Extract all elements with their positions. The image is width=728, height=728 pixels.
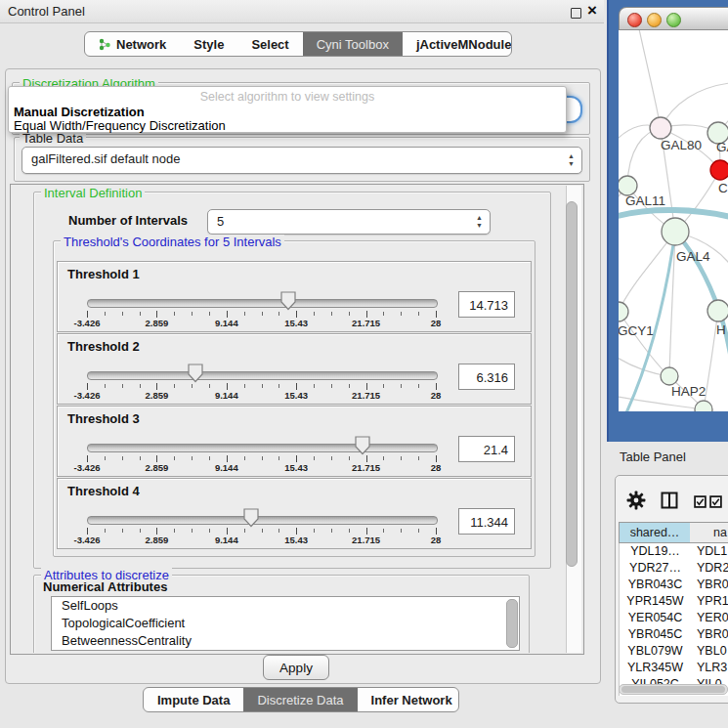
tick-mark (174, 529, 175, 533)
network-node-gcy1[interactable] (619, 302, 628, 321)
list-scrollbar-thumb[interactable] (506, 599, 518, 648)
tick-mark (418, 384, 419, 388)
tick-mark (87, 311, 88, 318)
scrollbar-thumb[interactable] (621, 686, 725, 693)
gear-icon[interactable] (626, 491, 646, 514)
slider-thumb[interactable] (243, 508, 259, 528)
tick-mark (383, 384, 384, 388)
close-icon[interactable]: × (587, 1, 597, 21)
table-row[interactable]: YER054CYER0 (620, 610, 728, 626)
control-panel-title: Control Panel (8, 4, 85, 19)
network-canvas[interactable]: GAL80GACGAL11GAL4GCY1HHAP2 (619, 30, 728, 411)
tab-infer-network[interactable]: Infer Network (358, 688, 459, 711)
table-cell-shared-name: YLR345W (620, 660, 691, 676)
network-node-h[interactable] (707, 300, 728, 321)
table-cell-shared-name: YBL079W (620, 643, 691, 660)
slider-thumb[interactable] (355, 436, 370, 455)
settings-vertical-scrollbar[interactable] (566, 186, 581, 653)
network-node-gal11[interactable] (619, 176, 637, 195)
table-row[interactable]: YPR145WYPR1 (620, 593, 728, 610)
table-cell-name: YBR0 (697, 577, 728, 593)
tick-mark (418, 456, 419, 460)
table-cell-name: YBL0 (697, 643, 727, 660)
table-row[interactable]: YDR27…YDR2 (620, 560, 728, 577)
tick-mark (87, 528, 88, 535)
threshold-label: Threshold 2 (67, 339, 140, 354)
threshold-slider-track[interactable] (87, 516, 438, 525)
threshold-value-field[interactable]: 21.4 (458, 436, 515, 462)
checkbox-checked-icon[interactable] (709, 494, 722, 512)
zoom-traffic-light-icon[interactable] (666, 13, 681, 27)
tab-jactivemnodules[interactable]: jActiveMNodules (403, 32, 512, 56)
network-window-titlebar[interactable] (619, 7, 728, 30)
tick-mark (349, 456, 350, 460)
number-of-intervals-combobox[interactable]: 5 ▲▼ (207, 209, 491, 235)
network-node-gal80[interactable] (650, 117, 671, 139)
table-cell-shared-name: YER054C (620, 610, 691, 626)
scrollbar-thumb[interactable] (566, 201, 578, 567)
tab-network[interactable]: Network (85, 32, 180, 56)
slider-thumb[interactable] (280, 291, 296, 311)
attribute-list-item[interactable]: SelfLoops (52, 597, 519, 615)
attribute-list-item[interactable]: TopologicalCoefficient (52, 615, 519, 632)
tick-label: -3.426 (74, 318, 101, 328)
slider-thumb[interactable] (188, 364, 203, 383)
tab-cyni-toolbox[interactable]: Cyni Toolbox (303, 32, 403, 56)
network-node-label: GAL11 (625, 193, 665, 208)
table-data-group-title: Table Data (20, 131, 86, 146)
threshold-value-field[interactable]: 6.316 (458, 364, 515, 390)
tick-mark (401, 312, 402, 316)
table-row[interactable]: YBL079WYBL0 (620, 643, 728, 660)
tick-mark (262, 456, 263, 460)
tick-mark (349, 384, 350, 388)
network-node-gal4[interactable] (662, 218, 689, 245)
algorithm-option-equal-width[interactable]: Equal Width/Frequency Discretization (14, 118, 226, 133)
tick-label: 21.715 (352, 535, 380, 545)
table-row[interactable]: YBR045CYBR0 (620, 626, 728, 643)
tick-label: 2.859 (146, 390, 169, 401)
algorithm-option-manual[interactable]: Manual Discretization (14, 105, 145, 119)
tab-discretize-data[interactable]: Discretize Data (243, 688, 357, 711)
minimize-traffic-light-icon[interactable] (647, 13, 662, 27)
tab-style[interactable]: Style (180, 32, 237, 56)
table-cell-shared-name: YBR043C (620, 577, 691, 593)
network-node-hap2[interactable] (661, 367, 678, 385)
float-window-icon[interactable] (571, 8, 581, 19)
tick-label: 15.43 (284, 318, 308, 328)
attribute-list-item[interactable]: BetweennessCentrality (52, 632, 519, 650)
network-node-label: GAL4 (676, 249, 710, 264)
threshold-slider-track[interactable] (87, 371, 438, 380)
tick-label: 28 (431, 318, 442, 328)
table-row[interactable]: YDL19…YDL1 (620, 543, 728, 560)
table-body[interactable]: YDL19…YDL1YDR27…YDR2YBR043CYBR0YPR145WYP… (619, 543, 728, 696)
table-column-header-name[interactable]: na (690, 522, 728, 543)
threshold-slider-track[interactable] (87, 444, 438, 452)
tick-mark (436, 455, 437, 462)
tab-select[interactable]: Select (237, 32, 302, 56)
table-row[interactable]: YBR043CYBR0 (620, 577, 728, 593)
tick-mark (262, 384, 263, 388)
algorithm-dropdown-list: Select algorithm to view settings Manual… (8, 86, 567, 133)
tick-mark (401, 456, 402, 460)
split-columns-icon[interactable] (661, 492, 678, 513)
table-data-combobox[interactable]: galFiltered.sif default node ▲▼ (21, 147, 582, 174)
tick-mark (227, 528, 228, 535)
tick-mark (349, 312, 350, 316)
table-cell-name: YBR0 (697, 626, 728, 643)
threshold-value-field[interactable]: 14.713 (458, 291, 515, 318)
tick-label: 9.144 (215, 318, 238, 328)
table-row[interactable]: YLR345WYLR3 (620, 660, 728, 676)
threshold-slider-track[interactable] (87, 299, 438, 308)
numerical-attributes-list[interactable]: SelfLoopsTopologicalCoefficientBetweenne… (51, 596, 520, 651)
tab-impute-data[interactable]: Impute Data (144, 688, 243, 711)
tick-mark (262, 312, 263, 316)
threshold-value-field[interactable]: 11.344 (458, 508, 515, 535)
table-column-header-shared[interactable]: shared… (619, 522, 691, 543)
apply-button[interactable]: Apply (263, 655, 329, 680)
network-icon (99, 38, 111, 51)
table-cell-name: YER0 (697, 610, 728, 626)
checkbox-checked-icon[interactable] (694, 494, 707, 512)
close-traffic-light-icon[interactable] (627, 13, 642, 27)
network-node-c[interactable] (710, 160, 728, 180)
table-cell-name: YDL1 (697, 543, 727, 560)
